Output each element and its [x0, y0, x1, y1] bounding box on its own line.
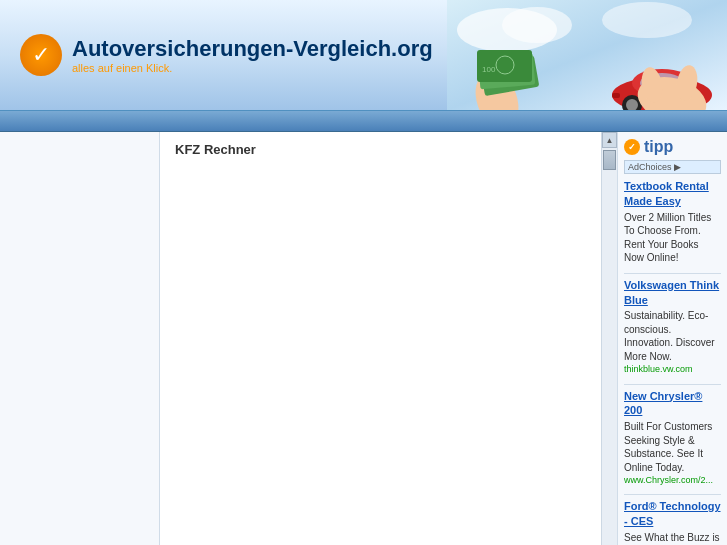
tipp-check: ✓ — [628, 142, 636, 152]
svg-text:100: 100 — [482, 65, 496, 74]
ad-item-1: Textbook Rental Made Easy Over 2 Million… — [624, 179, 721, 265]
ad-choices-bar[interactable]: AdChoices ▶ — [624, 160, 721, 174]
ad-url-2: thinkblue.vw.com — [624, 363, 721, 375]
svg-rect-17 — [612, 93, 620, 98]
logo-subtitle: alles auf einen Klick. — [72, 62, 433, 74]
logo-title[interactable]: Autoversicherungen-Vergleich.org — [72, 36, 433, 62]
ad-choices-label[interactable]: AdChoices ▶ — [628, 162, 681, 172]
ad-link-1[interactable]: Textbook Rental Made Easy — [624, 179, 721, 209]
ad-item-2: Volkswagen Think Blue Sustainability. Ec… — [624, 278, 721, 376]
ad-link-4[interactable]: Ford® Technology - CES — [624, 499, 721, 529]
ad-text-4: See What the Buzz is All About. — [624, 532, 720, 545]
ad-divider-3 — [624, 494, 721, 495]
ad-text-1: Over 2 Million Titles To Choose From. Re… — [624, 212, 711, 264]
tipp-header: ✓ tipp — [624, 138, 721, 156]
navbar — [0, 110, 727, 132]
ad-link-3[interactable]: New Chrysler® 200 — [624, 389, 721, 419]
svg-point-2 — [502, 7, 572, 43]
tipp-title: tipp — [644, 138, 673, 156]
ad-divider-2 — [624, 384, 721, 385]
ad-link-2[interactable]: Volkswagen Think Blue — [624, 278, 721, 308]
main-content: KFZ Rechner — [160, 132, 601, 545]
checkmark-icon: ✓ — [32, 42, 50, 68]
logo-text-wrap: Autoversicherungen-Vergleich.org alles a… — [72, 36, 433, 74]
ad-item-4: Ford® Technology - CES See What the Buzz… — [624, 499, 721, 545]
content-area: KFZ Rechner ▲ ✓ tipp AdChoices ▶ Textboo… — [0, 132, 727, 545]
left-panel — [0, 132, 160, 545]
header-background: 100 — [447, 0, 727, 110]
ad-url-3: www.Chrysler.com/2... — [624, 474, 721, 486]
header-illustration: 100 — [447, 0, 727, 110]
ad-text-2: Sustainability. Eco-conscious. Innovatio… — [624, 310, 715, 362]
svg-point-3 — [602, 2, 692, 38]
ad-divider-1 — [624, 273, 721, 274]
scrollbar-track[interactable]: ▲ — [601, 132, 617, 545]
ad-text-3: Built For Customers Seeking Style & Subs… — [624, 421, 712, 473]
header-logo: ✓ Autoversicherungen-Vergleich.org alles… — [20, 34, 433, 76]
scrollbar-thumb[interactable] — [603, 150, 616, 170]
header: ✓ Autoversicherungen-Vergleich.org alles… — [0, 0, 727, 110]
page-title: KFZ Rechner — [175, 142, 586, 157]
scrollbar-up-button[interactable]: ▲ — [602, 132, 617, 148]
tipp-icon: ✓ — [624, 139, 640, 155]
logo-icon: ✓ — [20, 34, 62, 76]
right-sidebar: ✓ tipp AdChoices ▶ Textbook Rental Made … — [617, 132, 727, 545]
ad-item-3: New Chrysler® 200 Built For Customers Se… — [624, 389, 721, 487]
